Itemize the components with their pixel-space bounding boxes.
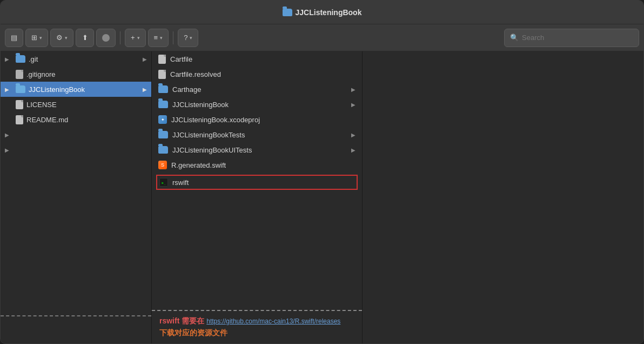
chevron-right-icon: ▶: [351, 147, 355, 153]
file-icon: [16, 70, 23, 79]
list-item[interactable]: ▶ JJCListeningBook ▶: [1, 82, 151, 97]
list-item[interactable]: JJCListeningBook ▶: [152, 97, 362, 112]
list-item[interactable]: ▶: [1, 127, 151, 142]
share-button[interactable]: ⬆: [76, 29, 94, 47]
expand-arrow: ▶: [5, 87, 12, 92]
tag-icon: [102, 34, 110, 42]
item-name: Carthage: [172, 85, 201, 94]
list-item[interactable]: Carthage ▶: [152, 82, 362, 97]
title-folder-icon: [283, 9, 292, 16]
item-name: JJCListeningBookUITests: [172, 146, 252, 154]
item-name: JJCListeningBook: [29, 85, 85, 94]
file-icon: [16, 115, 23, 124]
list-item[interactable]: Cartfile.resolved: [152, 67, 362, 82]
folder-icon: [158, 131, 168, 138]
sort-chevron: ▾: [160, 35, 163, 41]
middle-panel: Cartfile Cartfile.resolved Carthage ▶: [152, 51, 363, 343]
folder-icon: [16, 85, 25, 93]
sort-icon: ≡: [154, 34, 158, 42]
item-name: LICENSE: [26, 101, 57, 109]
list-item[interactable]: S R.generated.swift: [152, 157, 362, 173]
list-item[interactable]: ✦ JJCListeningBook.xcodeproj: [152, 112, 362, 127]
list-item[interactable]: JJCListeningBookTests ▶: [152, 127, 362, 142]
list-item[interactable]: README.md: [1, 112, 151, 127]
search-icon: 🔍: [510, 34, 519, 42]
help-chevron: ▾: [190, 35, 192, 41]
item-name: README.md: [26, 116, 68, 124]
list-item[interactable]: ▶: [1, 142, 151, 157]
rswift-icon: ▶_: [159, 178, 168, 187]
file-icon: [16, 100, 23, 109]
toolbar: ▤ ⊞ ▾ ⚙ ▾ ⬆ + ▾ ≡ ▾ ? ▾ 🔍: [1, 24, 643, 51]
share-icon: ⬆: [82, 34, 88, 42]
icon-view-chevron: ▾: [39, 35, 42, 41]
search-input[interactable]: [522, 34, 633, 42]
annotation-suffix: 下载对应的资源文件: [159, 328, 227, 338]
item-name: Cartfile: [170, 55, 192, 63]
search-box[interactable]: 🔍: [504, 29, 639, 47]
sidebar-toggle-icon: ▤: [11, 34, 17, 42]
annotation-bar: rswift 需要在 https://github.com/mac-cain13…: [152, 310, 362, 343]
help-button[interactable]: ? ▾: [178, 29, 198, 47]
toolbar-separator-2: [173, 31, 173, 44]
gear-icon: ⚙: [56, 34, 63, 42]
settings-button[interactable]: ⚙ ▾: [50, 29, 73, 47]
sort-button[interactable]: ≡ ▾: [148, 29, 169, 47]
list-item[interactable]: Cartfile: [152, 51, 362, 67]
help-icon: ?: [184, 34, 187, 42]
folder-icon: [158, 101, 168, 108]
file-icon: [158, 70, 166, 79]
item-name: JJCListeningBook.xcodeproj: [171, 116, 260, 124]
file-icon: [158, 55, 166, 64]
item-name: Cartfile.resolved: [170, 70, 221, 78]
sidebar-toggle-button[interactable]: ▤: [5, 29, 23, 47]
title-bar: JJCListeningBook: [1, 1, 643, 24]
item-name: JJCListeningBookTests: [172, 131, 245, 139]
chevron-right-icon: ▶: [143, 56, 147, 62]
icon-view-icon: ⊞: [31, 34, 37, 42]
tag-button[interactable]: [96, 29, 116, 47]
item-name: rswift: [172, 178, 189, 187]
right-area: Cartfile Cartfile.resolved Carthage ▶: [152, 51, 643, 343]
main-content: ▶ .git ▶ .gitignore ▶ JJCListeningBook ▶: [1, 51, 643, 343]
folder-icon: [16, 55, 25, 63]
far-right-panel: [363, 51, 643, 343]
expand-arrow: ▶: [5, 56, 12, 62]
list-item[interactable]: LICENSE: [1, 97, 151, 112]
folder-icon: [158, 146, 168, 154]
left-panel: ▶ .git ▶ .gitignore ▶ JJCListeningBook ▶: [1, 51, 152, 343]
item-name: .gitignore: [26, 70, 55, 78]
list-item[interactable]: JJCListeningBookUITests ▶: [152, 142, 362, 157]
toolbar-separator-1: [120, 31, 120, 44]
item-name: .git: [29, 55, 38, 63]
finder-window: JJCListeningBook ▤ ⊞ ▾ ⚙ ▾ ⬆ + ▾ ≡ ▾: [0, 0, 644, 344]
folder-icon: [158, 85, 168, 93]
left-file-list: ▶ .git ▶ .gitignore ▶ JJCListeningBook ▶: [1, 51, 151, 315]
swift-icon: S: [158, 161, 167, 169]
chevron-right-icon: ▶: [351, 102, 355, 108]
window-title: JJCListeningBook: [296, 8, 362, 17]
rswift-item[interactable]: ▶_ rswift: [156, 175, 358, 190]
chevron-right-icon: ▶: [143, 87, 147, 92]
expand-arrow: ▶: [5, 147, 12, 153]
xcodeproj-icon: ✦: [158, 115, 167, 124]
left-bottom-area: [1, 315, 151, 343]
annotation-link[interactable]: https://github.com/mac-cain13/R.swift/re…: [206, 317, 340, 325]
annotation-prefix: rswift 需要在: [159, 316, 204, 326]
add-button[interactable]: + ▾: [125, 29, 146, 47]
add-chevron: ▾: [137, 35, 140, 41]
chevron-right-icon: ▶: [351, 132, 355, 138]
item-name: JJCListeningBook: [172, 101, 229, 109]
icon-view-button[interactable]: ⊞ ▾: [25, 29, 48, 47]
settings-chevron: ▾: [65, 35, 68, 41]
plus-icon: +: [131, 34, 135, 42]
middle-file-list: Cartfile Cartfile.resolved Carthage ▶: [152, 51, 362, 310]
list-item[interactable]: ▶ .git ▶: [1, 51, 151, 67]
window-title-container: JJCListeningBook: [283, 8, 362, 17]
item-name: R.generated.swift: [171, 161, 226, 169]
list-item[interactable]: .gitignore: [1, 67, 151, 82]
expand-arrow: ▶: [5, 132, 12, 138]
chevron-right-icon: ▶: [351, 87, 355, 92]
